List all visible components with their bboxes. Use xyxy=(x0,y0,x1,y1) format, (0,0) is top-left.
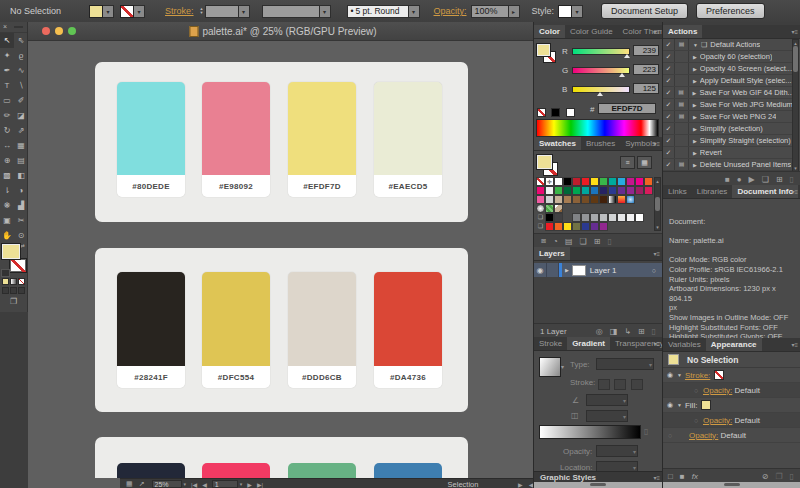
close-icon[interactable]: × xyxy=(3,22,7,32)
color-swatch[interactable] xyxy=(608,195,617,204)
color-swatch[interactable] xyxy=(635,186,644,195)
stroke-dropdown-icon[interactable]: ▾ xyxy=(134,5,145,18)
color-mode-button[interactable] xyxy=(2,278,9,285)
color-swatch[interactable] xyxy=(581,195,590,204)
rotate-tool-icon[interactable]: ↻ xyxy=(0,123,14,138)
tab-color-guide[interactable]: Color Guide xyxy=(565,25,618,38)
slider-pointer[interactable] xyxy=(597,92,603,96)
color-swatch[interactable] xyxy=(572,195,581,204)
action-row[interactable]: ✓▶Simplify Straight (selection) xyxy=(663,135,792,147)
stroke-swatch[interactable] xyxy=(714,370,724,380)
dock-resize-strip[interactable] xyxy=(663,482,800,488)
eye-icon[interactable]: ○ xyxy=(689,417,703,424)
expand-icon[interactable]: ▶ xyxy=(693,126,697,132)
first-artboard-icon[interactable]: |◀ xyxy=(191,481,197,488)
color-swatch[interactable] xyxy=(590,186,599,195)
delete-layer-icon[interactable]: ▯ xyxy=(652,327,656,336)
actions-scrollbar[interactable]: ▴ ▾ xyxy=(792,39,799,172)
curvature-tool-icon[interactable]: ∿ xyxy=(14,63,28,78)
channel-slider[interactable] xyxy=(572,48,630,55)
color-swatch[interactable] xyxy=(644,177,653,186)
tab-layers[interactable]: Layers xyxy=(534,247,570,260)
stepper-down-icon[interactable]: ▼ xyxy=(200,11,204,15)
color-swatch[interactable] xyxy=(545,204,554,213)
preferences-button[interactable]: Preferences xyxy=(696,3,765,19)
record-icon[interactable]: ● xyxy=(737,175,742,184)
palette-card[interactable]: #DA4736 xyxy=(374,272,442,388)
target-circle-icon[interactable]: ○ xyxy=(652,267,656,274)
stroke-proxy[interactable] xyxy=(9,258,27,273)
expand-icon[interactable]: ▶ xyxy=(693,78,697,84)
expand-icon[interactable]: ▶ xyxy=(693,138,697,144)
duplicate-item-icon[interactable]: ❐ xyxy=(775,472,782,481)
color-swatch[interactable] xyxy=(545,222,554,231)
panel-menu-icon[interactable]: ▾≡ xyxy=(653,28,660,35)
clear-appearance-icon[interactable]: ⊘ xyxy=(762,472,769,481)
color-swatch[interactable] xyxy=(590,177,599,186)
paintbrush-tool-icon[interactable]: ✐ xyxy=(14,93,28,108)
color-swatch[interactable] xyxy=(572,177,581,186)
mesh-tool-icon[interactable]: ▩ xyxy=(0,168,14,183)
style-swatch[interactable] xyxy=(558,5,572,18)
scroll-up-icon[interactable]: ▴ xyxy=(656,178,659,184)
locate-object-icon[interactable]: ◎ xyxy=(596,327,603,336)
add-effect-icon[interactable]: fx xyxy=(692,472,698,481)
color-swatch[interactable] xyxy=(590,213,599,222)
palette-card-partial[interactable] xyxy=(202,463,270,478)
none-mode-button[interactable] xyxy=(18,278,25,285)
eye-icon[interactable]: ○ xyxy=(689,387,703,394)
color-swatch[interactable] xyxy=(581,222,590,231)
type-tool-icon[interactable]: T xyxy=(0,78,14,93)
previous-artboard-icon[interactable]: ◀ xyxy=(202,481,207,488)
scrollbar-thumb[interactable] xyxy=(793,46,798,72)
blend-tool-icon[interactable]: ◑ xyxy=(14,183,28,198)
drag-handle[interactable] xyxy=(14,26,23,28)
panel-menu-icon[interactable]: ▾≡ xyxy=(791,28,798,35)
new-color-group-icon[interactable]: ❏ xyxy=(580,237,587,246)
artboard-2[interactable]: #28241F#DFC554#DDD6CB#DA4736 xyxy=(95,248,468,412)
color-swatch[interactable] xyxy=(626,177,635,186)
color-swatch[interactable] xyxy=(554,213,563,222)
opacity-link[interactable]: Opacity: xyxy=(434,6,467,16)
stroke-weight-stepper[interactable]: ▲▼ xyxy=(200,7,204,15)
stroke-weight-field[interactable] xyxy=(205,5,239,18)
color-swatch[interactable] xyxy=(563,195,572,204)
color-swatch[interactable] xyxy=(554,186,563,195)
new-action-icon[interactable]: ⊞ xyxy=(776,175,783,184)
add-new-fill-icon[interactable]: ■ xyxy=(680,472,685,481)
color-swatch[interactable] xyxy=(608,213,617,222)
swatch-kinds-icon[interactable]: ▤ xyxy=(565,237,573,246)
color-swatch[interactable] xyxy=(626,186,635,195)
palette-card[interactable]: #80DEDE xyxy=(117,82,185,197)
palette-card[interactable]: #DDD6CB xyxy=(288,272,356,388)
visibility-eye-icon[interactable]: ◉ xyxy=(534,263,547,277)
resize-handle[interactable] xyxy=(590,483,606,486)
color-swatch[interactable] xyxy=(617,186,626,195)
make-clipping-mask-icon[interactable]: ◨ xyxy=(610,327,618,336)
fill-proxy[interactable] xyxy=(2,244,20,259)
dialog-toggle-icon[interactable]: ▤ xyxy=(675,87,689,98)
dialog-toggle-icon[interactable] xyxy=(675,123,689,134)
none-swatch[interactable] xyxy=(536,177,545,186)
status-tool-label[interactable]: Selection xyxy=(448,480,479,488)
eraser-tool-icon[interactable]: ◪ xyxy=(14,108,28,123)
color-group-folder-icon[interactable]: ❏ xyxy=(536,222,545,231)
expand-icon[interactable]: ▶ xyxy=(693,102,697,108)
slider-pointer[interactable] xyxy=(619,73,625,77)
tab-brushes[interactable]: Brushes xyxy=(581,137,620,150)
color-swatch[interactable] xyxy=(617,213,626,222)
artboard-3[interactable] xyxy=(95,437,468,478)
action-row[interactable]: ✓▤▼❏Default Actions xyxy=(663,39,792,51)
panel-menu-icon[interactable]: ▾≡ xyxy=(653,140,660,147)
fill-proxy-mini[interactable] xyxy=(537,44,550,56)
color-swatch[interactable] xyxy=(536,195,545,204)
none-swatch[interactable] xyxy=(537,108,546,117)
direct-selection-tool-icon[interactable]: ⇖ xyxy=(14,33,28,48)
color-swatch[interactable] xyxy=(572,213,581,222)
brush-definition-field[interactable] xyxy=(262,5,320,18)
color-group-folder-icon[interactable]: ❏ xyxy=(536,213,545,222)
action-row[interactable]: ✓▤▶Delete Unused Panel Items xyxy=(663,159,792,171)
artboard-number-field[interactable]: 1 xyxy=(212,480,238,488)
layer-row[interactable]: ◉ ▶ Layer 1 ○ xyxy=(534,263,662,277)
expand-icon[interactable]: ▶ xyxy=(693,162,697,168)
